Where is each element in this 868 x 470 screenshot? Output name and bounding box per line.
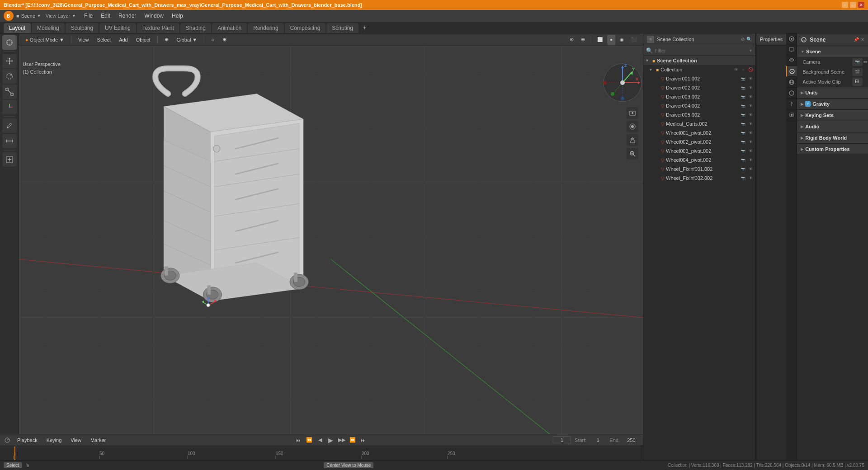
outliner-search-icon[interactable]: 🔍: [746, 37, 752, 42]
tab-scripting[interactable]: Scripting: [326, 23, 359, 33]
object-tab[interactable]: [786, 88, 797, 99]
play-backward-btn[interactable]: ◀: [316, 436, 325, 445]
obj9-camera-btn[interactable]: 📷: [740, 157, 746, 163]
outliner-item-10[interactable]: ▽ Wheel_Fixinf001.002 📷 👁: [643, 164, 755, 174]
rotate-tool[interactable]: [2, 69, 17, 84]
obj9-eye-btn[interactable]: 👁: [747, 157, 754, 163]
proportional-edit-btn[interactable]: ○: [208, 35, 217, 45]
hand-icon[interactable]: [627, 134, 638, 146]
object-menu[interactable]: Object: [133, 35, 153, 45]
material-icon[interactable]: [627, 121, 638, 132]
add-workspace-button[interactable]: +: [359, 23, 370, 33]
outliner-scene-collection[interactable]: ▼ ■ Scene Collection: [643, 56, 755, 65]
outliner-item-2[interactable]: ▽ Drawer003.002 📷 👁: [643, 92, 755, 101]
outliner-filter-input[interactable]: [655, 48, 749, 53]
rigid-body-header[interactable]: ▶ Rigid Body World: [797, 132, 868, 143]
menu-edit[interactable]: Edit: [97, 11, 114, 20]
gravity-checkbox[interactable]: ✓: [805, 101, 811, 107]
material-shading-btn[interactable]: ◉: [617, 35, 627, 45]
snap-btn[interactable]: ⊞: [220, 35, 229, 45]
obj7-camera-btn[interactable]: 📷: [740, 139, 746, 145]
annotate-tool[interactable]: [2, 118, 17, 133]
keying-menu[interactable]: Keying: [44, 435, 65, 445]
outliner-item-3[interactable]: ▽ Drawer004.002 📷 👁: [643, 101, 755, 110]
jump-to-start-btn[interactable]: ⏮: [294, 436, 303, 445]
transform-pivot-dropdown[interactable]: ⊕: [162, 35, 171, 45]
tab-rendering[interactable]: Rendering: [248, 23, 283, 33]
close-button[interactable]: ✕: [858, 2, 864, 8]
obj0-eye-btn[interactable]: 👁: [747, 75, 754, 82]
obj3-camera-btn[interactable]: 📷: [740, 103, 746, 109]
start-frame-input[interactable]: 1: [590, 436, 606, 444]
outliner-item-5[interactable]: ▽ Medical_Carts.002 📷 👁: [643, 119, 755, 128]
overlays-dropdown[interactable]: ⊙: [567, 35, 576, 45]
tab-texture-paint[interactable]: Texture Paint: [137, 23, 179, 33]
obj0-camera-btn[interactable]: 📷: [740, 75, 746, 82]
outliner-search[interactable]: 🔍 ▼: [643, 45, 755, 56]
obj6-eye-btn[interactable]: 👁: [747, 130, 754, 136]
outliner-item-1[interactable]: ▽ Drawer002.002 📷 👁: [643, 83, 755, 92]
cursor-tool[interactable]: [2, 35, 17, 50]
tab-modeling[interactable]: Modeling: [32, 23, 65, 33]
outliner-item-4[interactable]: ▽ Drawer005.002 📷 👁: [643, 110, 755, 119]
obj6-camera-btn[interactable]: 📷: [740, 130, 746, 136]
render-tab[interactable]: [786, 33, 797, 44]
obj1-eye-btn[interactable]: 👁: [747, 85, 754, 91]
measure-tool[interactable]: [2, 134, 17, 148]
wireframe-shading-btn[interactable]: ⬜: [594, 35, 605, 45]
outliner-item-9[interactable]: ▽ Wheel004_pivot.002 📷 👁: [643, 155, 755, 164]
active-movie-value[interactable]: 🎞: [852, 78, 863, 86]
physics-tab[interactable]: [786, 99, 797, 109]
collection-eye-btn[interactable]: 👁: [733, 66, 739, 73]
tab-sculpting[interactable]: Sculpting: [66, 23, 99, 33]
move-tool[interactable]: [2, 54, 17, 68]
maximize-button[interactable]: □: [850, 2, 856, 8]
zoom-icon[interactable]: [627, 148, 638, 160]
obj11-eye-btn[interactable]: 👁: [747, 175, 754, 181]
obj4-camera-btn[interactable]: 📷: [740, 112, 746, 118]
current-frame-input[interactable]: 1: [553, 436, 571, 444]
bg-scene-value[interactable]: 🎬: [852, 68, 863, 76]
gizmos-dropdown[interactable]: ⊕: [578, 35, 588, 45]
render-shading-btn[interactable]: ⬛: [628, 35, 639, 45]
timeline-view-menu[interactable]: View: [68, 435, 84, 445]
custom-props-header[interactable]: ▶ Custom Properties: [797, 144, 868, 155]
view-layer-tab[interactable]: [786, 55, 797, 66]
scene-close-icon[interactable]: ✕: [861, 37, 864, 42]
add-menu[interactable]: Add: [116, 35, 131, 45]
solid-shading-btn[interactable]: ●: [607, 35, 615, 45]
obj10-eye-btn[interactable]: 👁: [747, 166, 754, 172]
jump-forward-btn[interactable]: ⏩: [348, 436, 357, 445]
minimize-button[interactable]: −: [842, 2, 848, 8]
end-frame-input[interactable]: 250: [623, 436, 639, 444]
outliner-item-6[interactable]: ▽ Wheel001_pivot.002 📷 👁: [643, 128, 755, 137]
tab-animation[interactable]: Animation: [212, 23, 247, 33]
obj3-eye-btn[interactable]: 👁: [747, 103, 754, 109]
obj8-eye-btn[interactable]: 👁: [747, 148, 754, 154]
transform-space-dropdown[interactable]: Global ▼: [174, 35, 200, 45]
tab-layout[interactable]: Layout: [4, 23, 31, 33]
view-menu[interactable]: View: [75, 35, 92, 45]
object-data-icon[interactable]: [627, 107, 638, 119]
object-mode-dropdown[interactable]: ● Object Mode ▼: [23, 35, 67, 45]
window-controls[interactable]: − □ ✕: [842, 2, 864, 8]
jump-to-end-btn[interactable]: ⏭: [359, 436, 368, 445]
constraints-tab[interactable]: [786, 109, 797, 120]
camera-edit-btn[interactable]: ✏: [863, 58, 868, 66]
menu-window[interactable]: Window: [141, 11, 167, 20]
world-tab[interactable]: [786, 77, 797, 88]
keying-sets-header[interactable]: ▶ Keying Sets: [797, 110, 868, 121]
obj10-camera-btn[interactable]: 📷: [740, 166, 746, 172]
menu-render[interactable]: Render: [115, 11, 140, 20]
scene-tab[interactable]: [786, 66, 797, 77]
jump-backward-btn[interactable]: ⏪: [305, 436, 314, 445]
outliner-filter-icon[interactable]: ⊘: [741, 37, 745, 42]
obj4-eye-btn[interactable]: 👁: [747, 112, 754, 118]
add-object-tool[interactable]: [2, 152, 17, 167]
playback-menu[interactable]: Playback: [14, 435, 40, 445]
navigation-gizmo[interactable]: X Y Z: [602, 62, 638, 99]
viewport-3d-area[interactable]: User Perspective (1) Collection: [19, 46, 643, 434]
outliner-item-8[interactable]: ▽ Wheel003_pivot.002 📷 👁: [643, 146, 755, 155]
output-tab[interactable]: [786, 44, 797, 55]
outliner-item-11[interactable]: ▽ Wheel_Fixinf002.002 📷 👁: [643, 174, 755, 183]
